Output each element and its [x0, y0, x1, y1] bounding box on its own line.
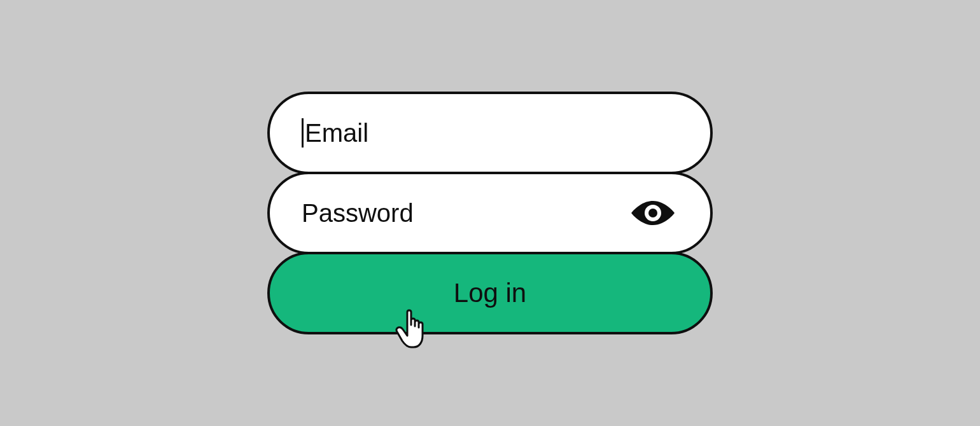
- email-placeholder: Email: [305, 119, 368, 148]
- login-button-label: Log in: [454, 278, 526, 308]
- email-field-container[interactable]: Email: [267, 92, 713, 174]
- eye-icon[interactable]: [627, 197, 678, 229]
- password-field-container[interactable]: [267, 172, 713, 254]
- password-input-wrapper: [302, 197, 678, 229]
- email-input-wrapper: Email: [302, 118, 368, 148]
- svg-point-1: [648, 209, 657, 217]
- text-caret: [302, 118, 304, 148]
- login-button[interactable]: Log in: [267, 252, 713, 334]
- password-input[interactable]: [302, 199, 627, 228]
- login-form: Email Log in: [267, 92, 713, 334]
